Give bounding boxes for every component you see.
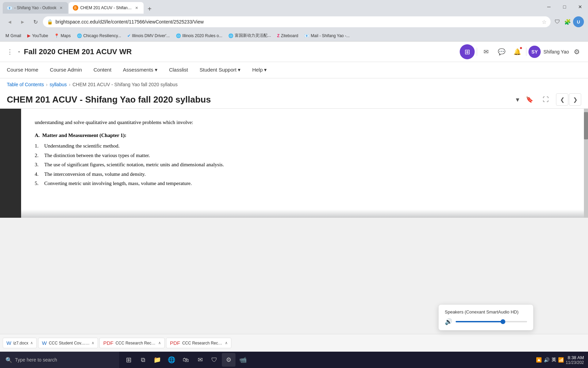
pdf-scrollbar-thumb[interactable] xyxy=(584,112,588,139)
pdf-item-1-text: Understanding the scientific method. xyxy=(44,142,120,151)
bs-header-icons: ⊞ ✉ 💬 🔔 SY Shifang Yao ⚙ xyxy=(460,44,583,59)
download-expand-2[interactable]: ∧ xyxy=(92,341,94,345)
add-tab-button[interactable]: + xyxy=(145,4,154,14)
back-button[interactable]: ◂ xyxy=(4,16,15,27)
taskbar-store[interactable]: 🛍 xyxy=(179,353,193,367)
tab-2[interactable]: B CHEM 201 ACUV - Shifang Yao f... ✕ xyxy=(69,2,144,14)
bookmark-fuguo[interactable]: 🌐 富国新动力灵活配... xyxy=(226,32,274,40)
bs-chat-icon[interactable]: 💬 xyxy=(495,45,508,59)
bookmark-youtube[interactable]: ▶ YouTube xyxy=(24,32,51,39)
doc-fullscreen-button[interactable]: ⛶ xyxy=(540,93,552,106)
taskbar-search[interactable]: 🔍 Type here to search xyxy=(0,352,119,368)
nav-student-support[interactable]: Student Support ▾ xyxy=(194,64,246,76)
nav-assessments[interactable]: Assessments ▾ xyxy=(117,64,163,76)
puzzle-extension-icon[interactable]: 🧩 xyxy=(563,17,572,27)
taskbar-date: 11/23/202 xyxy=(566,360,584,365)
taskbar-mail[interactable]: ✉ xyxy=(193,353,207,367)
pdf-item-5-num: 5. xyxy=(35,179,42,188)
bs-grid-icon[interactable]: ⊞ xyxy=(460,44,475,59)
breadcrumb-syllabus[interactable]: syllabus xyxy=(50,82,67,87)
bs-profile[interactable]: SY Shifang Yao xyxy=(528,46,569,58)
profile-avatar[interactable]: U xyxy=(573,16,584,27)
download-pdf-icon-3: PDF xyxy=(103,340,113,346)
download-word-icon-1: W xyxy=(6,340,11,346)
youtube-favicon: ▶ xyxy=(27,33,31,38)
illinois-rules-favicon: 🌐 xyxy=(176,33,181,38)
maps-favicon: 📍 xyxy=(54,33,59,38)
nav-classlist[interactable]: Classlist xyxy=(164,64,194,76)
bookmark-maps[interactable]: 📍 Maps xyxy=(51,32,73,39)
bs-mail-icon[interactable]: ✉ xyxy=(479,45,493,59)
doc-next-button[interactable]: ❯ xyxy=(569,93,581,106)
volume-slider[interactable] xyxy=(456,321,527,322)
taskbar-mcafee[interactable]: 🛡 xyxy=(208,353,221,367)
volume-thumb[interactable] xyxy=(501,319,505,324)
nav-course-admin[interactable]: Course Admin xyxy=(45,64,87,76)
browser-chrome: 📧 - Shifang Yao - Outlook ✕ B CHEM 201 A… xyxy=(0,0,588,42)
bs-avatar: SY xyxy=(528,46,541,58)
bookmark-gmail[interactable]: M Gmail xyxy=(3,32,24,39)
bs-bell-icon[interactable]: 🔔 xyxy=(510,45,524,59)
doc-prev-button[interactable]: ❮ xyxy=(556,93,568,106)
bs-menu-icon[interactable]: ⋮ xyxy=(5,47,14,57)
bookmark-mail[interactable]: 📧 Mail - Shifang Yao -... xyxy=(301,32,352,39)
taskbar-lang-icon[interactable]: 英 xyxy=(552,357,556,363)
bookmark-illinois-dmv[interactable]: ✔ Illinois DMV Driver'... xyxy=(125,32,173,39)
download-item-3[interactable]: PDF CCC Research Recr....pdf ∧ xyxy=(99,338,165,348)
taskbar-teams[interactable]: 📹 xyxy=(236,353,250,367)
taskbar-battery-icon[interactable]: 📶 xyxy=(558,357,564,363)
pdf-item-1-num: 1. xyxy=(35,142,42,151)
forward-button[interactable]: ▸ xyxy=(17,16,28,27)
taskbar-start-button[interactable]: ⊞ xyxy=(122,353,135,367)
taskbar-clock[interactable]: 8:38 AM 11/23/202 xyxy=(566,355,584,365)
pdf-item-3-num: 3. xyxy=(35,160,42,169)
ziteboard-favicon: Z xyxy=(277,33,279,38)
bs-dot-divider xyxy=(18,51,20,52)
taskbar-file-explorer[interactable]: 📁 xyxy=(150,353,164,367)
taskbar-edge[interactable]: 🌐 xyxy=(165,353,178,367)
bs-settings-icon[interactable]: ⚙ xyxy=(571,45,583,59)
bookmark-chicago[interactable]: 🌐 Chicago Resiliency... xyxy=(74,32,124,39)
address-bar[interactable]: 🔒 brightspace.ccc.edu/d2l/le/content/117… xyxy=(43,16,551,27)
doc-chevron-button[interactable]: ▾ xyxy=(516,95,519,104)
star-icon[interactable]: ☆ xyxy=(542,19,546,25)
download-item-2[interactable]: W CCC Student Cov....docx ∧ xyxy=(38,338,98,348)
illinois-dmv-favicon: ✔ xyxy=(127,33,131,38)
pdf-item-2-text: The distinction between the various type… xyxy=(44,151,150,160)
doc-bookmark-button[interactable]: 🔖 xyxy=(523,93,536,106)
nav-content[interactable]: Content xyxy=(88,64,117,76)
volume-icon[interactable]: 🔊 xyxy=(445,318,452,325)
page-content: ⋮ Fall 2020 CHEM 201 ACUV WR ⊞ ✉ 💬 🔔 SY … xyxy=(0,42,588,218)
nav-help[interactable]: Help ▾ xyxy=(247,64,272,76)
fuguo-favicon: 🌐 xyxy=(228,33,233,38)
breadcrumb-sep-1: › xyxy=(46,82,48,87)
close-button[interactable]: ✕ xyxy=(572,2,588,12)
tab-1-close[interactable]: ✕ xyxy=(59,5,64,11)
taskbar-chevron-up[interactable]: 🔼 xyxy=(536,357,542,363)
tab-1[interactable]: 📧 - Shifang Yao - Outlook ✕ xyxy=(3,2,68,14)
download-word-icon-2: W xyxy=(42,340,47,346)
pdf-fade-bottom xyxy=(21,210,584,218)
pdf-scrollbar[interactable] xyxy=(584,109,588,218)
bookmark-illinois-rules[interactable]: 🌐 Illinois 2020 Rules o... xyxy=(173,32,225,39)
taskbar-search-icon: 🔍 xyxy=(5,357,12,363)
taskbar-volume-icon[interactable]: 🔊 xyxy=(544,357,550,363)
breadcrumb-toc[interactable]: Table of Contents xyxy=(7,82,44,87)
shield-extension-icon[interactable]: 🛡 xyxy=(553,17,562,27)
reload-button[interactable]: ↻ xyxy=(30,16,41,27)
download-expand-4[interactable]: ∧ xyxy=(225,341,228,345)
tab-2-close[interactable]: ✕ xyxy=(134,5,140,11)
taskbar-chrome[interactable]: ⚙ xyxy=(222,353,235,367)
download-expand-3[interactable]: ∧ xyxy=(158,341,161,345)
maximize-button[interactable]: □ xyxy=(557,2,572,12)
minimize-button[interactable]: ─ xyxy=(541,2,557,12)
download-item-4[interactable]: PDF CCC Research Recr....pdf ∧ xyxy=(166,338,231,348)
bookmark-ziteboard[interactable]: Z Ziteboard xyxy=(274,32,301,39)
breadcrumb-sep-2: › xyxy=(69,82,70,87)
taskbar: 🔍 Type here to search ⊞ ⧉ 📁 🌐 🛍 ✉ 🛡 ⚙ 📹 … xyxy=(0,352,588,368)
nav-course-home[interactable]: Course Home xyxy=(1,64,44,76)
download-item-1[interactable]: W iz7.docx ∧ xyxy=(3,338,37,348)
download-expand-1[interactable]: ∧ xyxy=(30,341,33,345)
taskbar-task-view[interactable]: ⧉ xyxy=(136,353,150,367)
bs-divider-2 xyxy=(526,48,526,56)
